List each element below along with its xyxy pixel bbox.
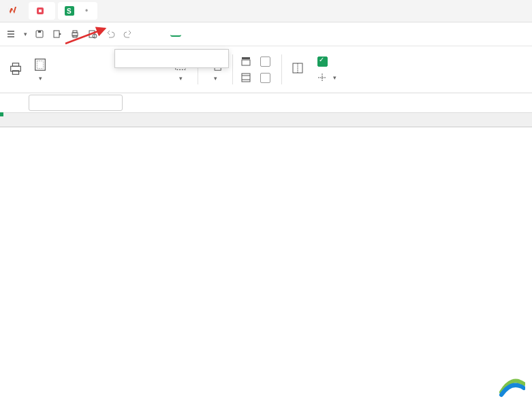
tab-file[interactable]: S • xyxy=(58,2,97,20)
ribbon: ▾ ▾ ▾ ▾ xyxy=(0,46,532,93)
menu-start[interactable] xyxy=(146,31,157,37)
ribbon-show-break[interactable] xyxy=(316,54,338,69)
menu-member[interactable] xyxy=(244,31,255,37)
ribbon-separator-3 xyxy=(281,54,282,84)
menu-formula[interactable] xyxy=(183,31,193,37)
menu-toggle-icon[interactable] xyxy=(3,26,19,42)
tooltip xyxy=(114,49,229,68)
svg-rect-21 xyxy=(242,74,250,82)
undo-icon[interactable] xyxy=(102,26,119,42)
ribbon-print-rowcol[interactable] xyxy=(259,70,275,85)
checkbox-checked-icon xyxy=(317,57,328,67)
print-icon[interactable] xyxy=(67,26,83,42)
redo-icon[interactable] xyxy=(120,26,136,42)
ribbon-print-scale-label: ▾ xyxy=(213,74,217,82)
ribbon-separator-2 xyxy=(232,54,233,84)
wps-logo-icon xyxy=(7,5,18,16)
spreadsheet-icon: S xyxy=(65,6,74,16)
tab-template[interactable] xyxy=(29,2,55,20)
svg-rect-12 xyxy=(12,63,18,67)
formula-bar-row xyxy=(0,93,532,113)
title-bar: S • xyxy=(0,0,532,22)
svg-rect-15 xyxy=(37,61,43,69)
ribbon-print-preview[interactable] xyxy=(5,60,26,79)
menu-view[interactable] xyxy=(219,31,230,37)
spreadsheet[interactable] xyxy=(0,113,532,403)
export-icon[interactable] xyxy=(49,26,65,42)
header-footer-icon xyxy=(241,73,251,82)
page-preview-icon xyxy=(292,62,307,77)
svg-rect-4 xyxy=(38,31,41,33)
ribbon-print-grid[interactable] xyxy=(259,54,275,69)
checkbox-icon xyxy=(260,57,270,67)
ribbon-paper[interactable] xyxy=(54,68,60,71)
svg-rect-20 xyxy=(242,60,250,65)
checkbox-icon xyxy=(260,73,270,83)
svg-rect-5 xyxy=(54,31,59,37)
app-logo xyxy=(0,5,27,16)
print-preview-icon[interactable] xyxy=(84,26,101,42)
save-icon[interactable] xyxy=(31,26,48,42)
file-menu[interactable]: ▾ xyxy=(20,26,30,42)
ribbon-header-footer[interactable] xyxy=(240,70,255,85)
menu-review[interactable] xyxy=(207,31,218,37)
name-box[interactable] xyxy=(29,95,123,111)
menu-tools[interactable] xyxy=(232,31,242,37)
svg-text:S: S xyxy=(67,7,72,15)
menu-bar: ▾ xyxy=(0,22,532,46)
template-icon xyxy=(35,6,45,16)
insert-break-icon xyxy=(317,73,327,82)
menu-page[interactable] xyxy=(170,31,181,37)
ribbon-page-preview[interactable] xyxy=(289,61,312,78)
menu-data[interactable] xyxy=(195,31,206,37)
svg-rect-7 xyxy=(73,31,77,33)
ribbon-margins[interactable]: ▾ xyxy=(30,56,50,83)
title-icon xyxy=(241,57,251,66)
select-all-corner[interactable] xyxy=(0,113,22,127)
ribbon-insert-break[interactable]: ▾ xyxy=(316,70,338,85)
svg-rect-19 xyxy=(242,57,250,59)
ribbon-margins-label: ▾ xyxy=(38,74,42,82)
tab-dirty-dot: • xyxy=(85,6,88,16)
ribbon-print-title[interactable] xyxy=(240,54,255,69)
quick-access-toolbar: ▾ xyxy=(3,26,136,42)
menu-insert[interactable] xyxy=(158,31,169,37)
print-preview-large-icon xyxy=(8,61,23,76)
margins-icon xyxy=(33,57,48,72)
column-headers xyxy=(22,113,532,127)
new-tab-button[interactable] xyxy=(99,5,110,17)
ribbon-area-label: ▾ xyxy=(178,74,183,82)
